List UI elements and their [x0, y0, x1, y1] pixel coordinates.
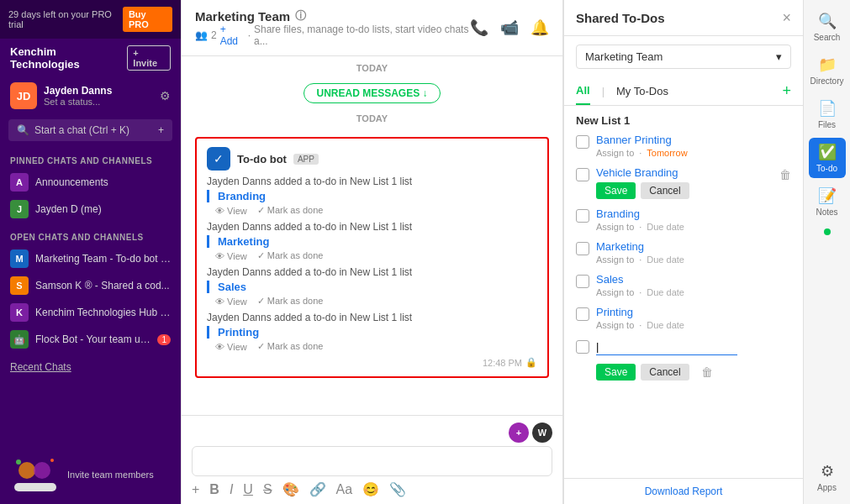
- assign-to-label[interactable]: Assign to: [596, 287, 634, 297]
- due-date[interactable]: Tomorrow: [647, 148, 687, 158]
- buy-pro-button[interactable]: Buy PRO: [123, 7, 172, 32]
- app-icon-search[interactable]: 🔍 Search: [809, 7, 846, 47]
- color-icon[interactable]: 🎨: [282, 481, 299, 497]
- font-size-icon[interactable]: Aa: [336, 482, 353, 497]
- notifications-icon[interactable]: 🔔: [531, 18, 549, 37]
- delete-icon[interactable]: 🗑: [779, 168, 791, 181]
- assign-to-label[interactable]: Assign to: [596, 148, 634, 158]
- app-icon-apps[interactable]: ⚙ Apps: [809, 457, 846, 497]
- todo-checkbox[interactable]: [576, 275, 589, 288]
- todo-item-sales: Jayden Danns added a to-do in New List 1…: [207, 266, 537, 307]
- view-button[interactable]: 👁 View: [215, 205, 247, 216]
- todo-name[interactable]: Banner Printing: [596, 134, 791, 146]
- todo-title: Branding: [207, 190, 537, 202]
- input-avatars: + W: [192, 423, 552, 443]
- invite-button[interactable]: + Invite: [127, 45, 171, 71]
- mark-done-button[interactable]: ✓ Mark as done: [257, 296, 324, 307]
- new-todo-input[interactable]: [596, 339, 737, 355]
- todo-name[interactable]: Vehicle Branding: [596, 166, 773, 179]
- emoji-icon[interactable]: 😊: [362, 481, 379, 497]
- app-icon-notes[interactable]: 📝 Notes: [809, 181, 846, 222]
- due-date[interactable]: Due date: [647, 255, 684, 265]
- todo-checkbox[interactable]: [576, 340, 589, 354]
- new-chat-icon: +: [158, 124, 164, 136]
- delete-icon[interactable]: 🗑: [701, 365, 713, 381]
- invite-graphic: [10, 454, 61, 496]
- add-members-link[interactable]: + Add: [220, 24, 245, 47]
- user-status[interactable]: Set a status...: [44, 97, 153, 107]
- save-button[interactable]: Save: [596, 182, 636, 199]
- view-button[interactable]: 👁 View: [215, 250, 247, 261]
- info-icon[interactable]: ⓘ: [295, 8, 306, 24]
- unread-messages-button[interactable]: UNREAD MESSAGES ↓: [304, 83, 440, 103]
- new-todo-row: [576, 339, 791, 355]
- meta-dot: ·: [639, 255, 641, 265]
- todo-item-printing: Jayden Danns added a to-do in New List 1…: [207, 312, 537, 352]
- start-chat-button[interactable]: 🔍 Start a chat (Ctrl + K) +: [8, 119, 172, 141]
- voice-call-icon[interactable]: 📞: [470, 18, 488, 37]
- strikethrough-icon[interactable]: S: [263, 482, 272, 497]
- gear-icon[interactable]: ⚙: [160, 89, 171, 102]
- todo-name[interactable]: Sales: [596, 273, 791, 286]
- svg-point-3: [16, 459, 21, 465]
- assign-to-label[interactable]: Assign to: [596, 320, 634, 330]
- avatar: JD: [10, 82, 37, 109]
- underline-icon[interactable]: U: [243, 482, 253, 497]
- new-todo-save-button[interactable]: Save: [596, 364, 636, 381]
- team-selector[interactable]: Marketing Team ▾: [576, 45, 791, 69]
- due-date[interactable]: Due date: [647, 320, 684, 330]
- mark-done-button[interactable]: ✓ Mark as done: [257, 341, 324, 352]
- view-button[interactable]: 👁 View: [215, 296, 247, 307]
- todo-checkbox[interactable]: [576, 168, 589, 181]
- app-icon-files[interactable]: 📄 Files: [809, 94, 846, 134]
- link-icon[interactable]: 🔗: [309, 481, 326, 497]
- recent-chats-link[interactable]: Recent Chats: [0, 353, 181, 376]
- tab-my-todos[interactable]: My To-Dos: [616, 78, 668, 104]
- tab-all[interactable]: All: [576, 77, 590, 105]
- chat-title: Marketing Team ⓘ: [195, 8, 470, 24]
- todo-name[interactable]: Marketing: [596, 240, 791, 253]
- video-call-icon[interactable]: 📹: [500, 18, 519, 37]
- view-button[interactable]: 👁 View: [215, 341, 247, 352]
- cancel-button[interactable]: Cancel: [641, 182, 689, 199]
- channel-samson-k[interactable]: S Samson K ® - Shared a cod...: [0, 272, 181, 299]
- add-list-button[interactable]: +: [782, 82, 791, 100]
- todo-row-content: Branding Assign to · Due date: [596, 207, 791, 232]
- todo-checkbox[interactable]: [576, 242, 589, 255]
- channel-marketing-team[interactable]: M Marketing Team - To-do bot : Ja...: [0, 245, 181, 272]
- assign-to-label[interactable]: Assign to: [596, 222, 634, 232]
- channel-announcements[interactable]: A Announcements: [0, 169, 181, 196]
- todo-checkbox[interactable]: [576, 209, 589, 223]
- attachment-icon[interactable]: 📎: [389, 481, 406, 497]
- bold-icon[interactable]: B: [209, 482, 219, 497]
- todo-checkbox[interactable]: [576, 135, 589, 149]
- due-date[interactable]: Due date: [647, 222, 684, 232]
- todo-edit-row: Save Cancel: [596, 182, 773, 199]
- user-details: Jayden Danns Set a status...: [44, 85, 153, 107]
- channel-kenchim-hub[interactable]: K Kenchim Technologies Hub Sa...: [0, 299, 181, 326]
- todo-name[interactable]: Branding: [596, 207, 791, 220]
- assign-to-label[interactable]: Assign to: [596, 255, 634, 265]
- chat-input[interactable]: [192, 446, 552, 476]
- date-divider-today: TODAY: [195, 107, 549, 130]
- list-item: Branding Assign to · Due date: [576, 207, 791, 232]
- mark-done-button[interactable]: ✓ Mark as done: [257, 250, 324, 261]
- italic-icon[interactable]: I: [230, 482, 233, 497]
- mark-done-button[interactable]: ✓ Mark as done: [257, 205, 324, 216]
- due-date[interactable]: Due date: [647, 287, 684, 297]
- channel-jayden-me[interactable]: J Jayden D (me): [0, 196, 181, 223]
- unread-badge: 1: [157, 334, 171, 345]
- close-button[interactable]: ×: [782, 10, 791, 25]
- svg-point-0: [18, 462, 35, 479]
- app-icon-directory[interactable]: 📁 Directory: [809, 50, 846, 91]
- app-icon-todo[interactable]: ✅ To-do: [809, 138, 846, 178]
- add-icon[interactable]: +: [192, 482, 199, 497]
- todo-name[interactable]: Printing: [596, 306, 791, 318]
- channel-flock-bot[interactable]: 🤖 Flock Bot - Your team upgr... 1: [0, 326, 181, 353]
- download-report-link[interactable]: Download Report: [564, 478, 803, 504]
- channel-label: Kenchim Technologies Hub Sa...: [35, 307, 171, 318]
- todo-checkbox[interactable]: [576, 307, 589, 321]
- list-item: Banner Printing Assign to · Tomorrow: [576, 134, 791, 158]
- new-todo-cancel-button[interactable]: Cancel: [641, 364, 689, 381]
- todo-row-content: Printing Assign to · Due date: [596, 306, 791, 330]
